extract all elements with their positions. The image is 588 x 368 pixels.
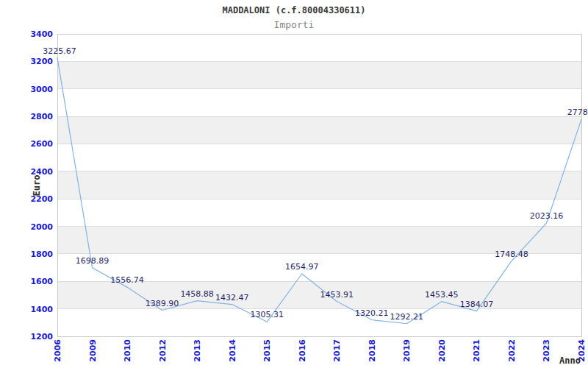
point-value-label: 2023.16 — [530, 211, 564, 221]
plot-band — [57, 281, 581, 308]
x-tick-label: 2010 — [123, 339, 132, 362]
point-value-label: 2778.2 — [567, 107, 588, 117]
point-value-label: 3225.67 — [43, 46, 76, 56]
x-tick-label: 2012 — [158, 339, 168, 362]
y-tick-label: 1600 — [30, 277, 53, 286]
chart-container: MADDALONI (c.f.80004330611) Importi 1200… — [0, 0, 588, 368]
point-value-label: 1654.97 — [285, 262, 319, 272]
y-tick-label: 1800 — [30, 250, 53, 259]
point-value-label: 1292.21 — [390, 312, 424, 322]
point-value-label: 1698.89 — [76, 256, 110, 266]
x-axis-title: Anno — [559, 355, 581, 366]
y-tick-label: 2000 — [30, 222, 53, 232]
point-value-label: 1453.45 — [425, 290, 459, 300]
plot-band — [57, 171, 581, 199]
y-axis-title: Euro — [32, 175, 42, 197]
plot-band — [57, 116, 581, 144]
y-tick-label: 3200 — [30, 57, 53, 66]
y-tick-label: 3000 — [30, 85, 53, 94]
point-value-label: 1458.88 — [180, 289, 214, 299]
y-tick-label: 1200 — [30, 332, 53, 342]
x-tick-label: 2021 — [472, 339, 481, 362]
y-tick-label: 1400 — [30, 305, 53, 314]
x-tick-label: 2018 — [368, 339, 377, 362]
x-tick-label: 2019 — [402, 339, 412, 362]
x-tick-label: 2022 — [507, 339, 517, 362]
x-tick-label: 2020 — [437, 339, 447, 362]
point-value-label: 1389.90 — [146, 299, 179, 308]
plot-band — [57, 61, 581, 88]
line-chart-plot: 1200140016001800200022002400260028003000… — [0, 0, 588, 368]
y-tick-label: 2600 — [30, 139, 53, 149]
x-tick-label: 2014 — [228, 339, 237, 362]
x-tick-label: 2015 — [262, 339, 272, 362]
x-tick-label: 2016 — [298, 339, 307, 362]
x-tick-label: 2013 — [193, 339, 202, 362]
x-tick-label: 2006 — [53, 339, 62, 362]
point-value-label: 1305.31 — [250, 310, 284, 319]
point-value-label: 1384.07 — [460, 300, 494, 309]
y-tick-label: 2800 — [30, 112, 53, 121]
point-value-label: 1432.47 — [215, 293, 249, 302]
y-tick-label: 3400 — [30, 29, 53, 39]
point-value-label: 1453.91 — [320, 290, 354, 300]
x-tick-label: 2023 — [542, 339, 551, 362]
point-value-label: 1556.74 — [110, 275, 144, 285]
x-tick-label: 2009 — [88, 339, 98, 362]
point-value-label: 1748.48 — [495, 250, 528, 259]
point-value-label: 1320.21 — [355, 308, 389, 318]
x-tick-label: 2017 — [332, 339, 342, 362]
